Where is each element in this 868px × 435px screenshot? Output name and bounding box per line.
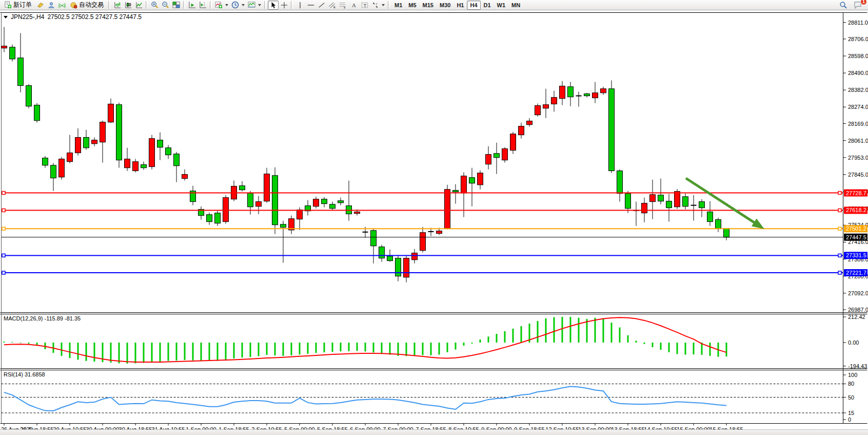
candle-body (2, 46, 7, 48)
periods-button[interactable] (230, 1, 246, 10)
vertical-line-tool-button[interactable] (294, 1, 305, 10)
line-handle[interactable] (838, 227, 841, 230)
macd-histogram-bar (225, 343, 227, 360)
candle-body (609, 89, 615, 171)
candle-body (18, 58, 24, 86)
line-handle[interactable] (838, 254, 841, 257)
candle-body (215, 213, 221, 223)
candle-body (256, 202, 262, 206)
price-badge-label: 27331.5 (846, 252, 866, 258)
line-handle[interactable] (2, 227, 5, 230)
vertical-line-icon (297, 2, 304, 9)
text-label-icon: T (361, 2, 368, 9)
notifications-button[interactable]: 1 (852, 1, 864, 10)
chart-canvas[interactable]: 28811.028706.028598.028490.028382.028274… (0, 10, 868, 429)
cursor-tool-button[interactable] (268, 1, 279, 10)
template-icon (248, 1, 255, 9)
trendline-tool-button[interactable] (316, 1, 327, 10)
timeframe-button-d1[interactable]: D1 (481, 1, 494, 10)
trendline-icon (318, 2, 325, 9)
candle-body (67, 153, 73, 162)
toolbar: 新订单 自动交易 (0, 0, 868, 10)
candle-body (51, 165, 56, 178)
macd-histogram-bar (332, 343, 333, 352)
line-handle[interactable] (838, 192, 841, 195)
zoom-in-button[interactable] (149, 1, 160, 10)
macd-axis-label: 212.42 (848, 314, 865, 320)
zoom-out-button[interactable] (160, 1, 171, 10)
candle-body (75, 138, 81, 153)
macd-histogram-bar (274, 343, 276, 355)
fibonacci-tool-button[interactable]: F (338, 1, 348, 10)
candle-body (281, 224, 286, 228)
price-axis-label: 27092.0 (848, 290, 868, 296)
rsi-axis-label: 80 (848, 381, 854, 387)
line-chart-icon (135, 2, 143, 9)
candle-body (617, 171, 623, 194)
timeframe-button-m1[interactable]: M1 (391, 1, 405, 10)
market-depth-button[interactable] (35, 1, 46, 10)
line-handle[interactable] (2, 271, 5, 274)
crosshair-tool-button[interactable] (279, 1, 289, 10)
candlestick-icon (125, 2, 132, 9)
timeframe-button-m5[interactable]: M5 (405, 1, 419, 10)
timeframe-button-h1[interactable]: H1 (453, 1, 467, 10)
indicators-button[interactable] (213, 1, 230, 10)
line-chart-mode-button[interactable] (133, 1, 144, 10)
terminal-button[interactable] (46, 1, 56, 10)
auto-scroll-button[interactable] (187, 1, 198, 10)
auto-trading-button[interactable]: 自动交易 (67, 1, 107, 10)
timeframe-button-m30[interactable]: M30 (437, 1, 453, 10)
candle-body (92, 140, 97, 144)
timeframe-button-w1[interactable]: W1 (494, 1, 509, 10)
macd-axis-label: 0.00 (848, 339, 859, 346)
candle-body (330, 204, 336, 209)
price-axis-label: 28274.0 (848, 104, 868, 110)
macd-histogram-bar (266, 343, 268, 355)
search-button[interactable] (838, 1, 849, 10)
candle-body (141, 165, 147, 168)
timeframe-group: M1M5M15M30H1H4D1W1MN (391, 1, 523, 10)
candle-body (658, 195, 664, 201)
macd-histogram-bar (595, 318, 596, 343)
timeframe-button-h4[interactable]: H4 (467, 1, 480, 10)
timeframe-button-m15[interactable]: M15 (420, 1, 437, 10)
bar-chart-mode-button[interactable] (112, 1, 123, 10)
macd-histogram-bar (365, 343, 366, 351)
text-tool-button[interactable]: A (348, 1, 359, 10)
tile-windows-button[interactable] (171, 1, 182, 10)
horizontal-line-tool-button[interactable] (305, 1, 316, 10)
price-badge-label: 27447.5 (846, 234, 866, 240)
new-order-button[interactable]: 新订单 (1, 1, 35, 10)
candle-body (437, 231, 442, 234)
text-label-tool-button[interactable]: T (359, 1, 370, 10)
macd-histogram-bar (307, 343, 309, 354)
line-handle[interactable] (838, 209, 841, 212)
templates-button[interactable] (246, 1, 263, 10)
arrows-tool-button[interactable] (370, 1, 386, 10)
macd-histogram-bar (110, 343, 112, 363)
line-handle[interactable] (2, 209, 5, 212)
timeframe-button-mn[interactable]: MN (508, 1, 523, 10)
symbol-dropdown-icon[interactable] (4, 16, 8, 18)
zoom-out-icon (162, 1, 169, 9)
chart-shift-button[interactable] (198, 1, 208, 10)
signals-button[interactable] (56, 1, 67, 10)
equidistant-channel-icon: E (328, 2, 336, 9)
line-handle[interactable] (838, 271, 841, 274)
candlestick-mode-button[interactable] (123, 1, 133, 10)
candle-doji (363, 232, 368, 233)
channel-tool-button[interactable]: E (327, 1, 338, 10)
line-handle[interactable] (2, 192, 5, 195)
price-badge-label: 27618.2 (846, 207, 866, 213)
macd-histogram-bar (77, 343, 79, 360)
svg-text:F: F (344, 6, 345, 9)
macd-histogram-bar (685, 343, 686, 355)
candle-body (412, 253, 418, 260)
candle-body (157, 140, 163, 147)
candle-body (650, 195, 656, 202)
line-handle[interactable] (2, 254, 5, 257)
price-axis-label: 28061.0 (848, 138, 868, 144)
macd-histogram-bar (603, 318, 604, 343)
toolbar-separator (210, 1, 212, 9)
